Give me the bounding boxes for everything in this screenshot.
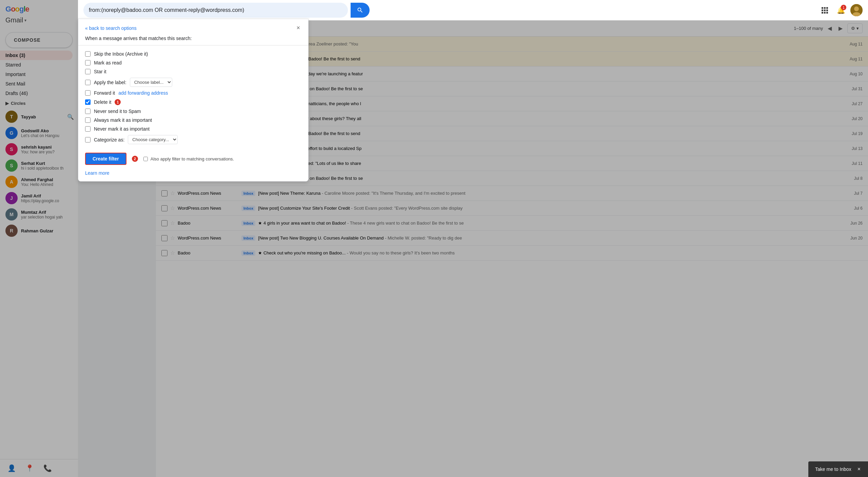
categorize-select[interactable]: Choose category...: [128, 135, 178, 144]
categorize-checkbox[interactable]: [85, 137, 91, 142]
filter-footer: Create filter 2 Also apply filter to mat…: [78, 150, 308, 170]
forward-label: Forward it: [94, 90, 115, 96]
filter-option-skip-inbox: Skip the Inbox (Archive it): [85, 50, 301, 58]
search-input-wrapper: [83, 3, 348, 18]
apps-grid-button[interactable]: [818, 3, 831, 17]
delete-badge: 1: [115, 99, 121, 105]
filter-close-button[interactable]: ×: [295, 23, 301, 33]
forward-checkbox[interactable]: [85, 90, 91, 96]
filter-option-never-spam: Never send it to Spam: [85, 107, 301, 116]
add-forwarding-link[interactable]: add forwarding address: [118, 90, 168, 96]
filter-option-never-important: Never mark it as important: [85, 125, 301, 133]
filter-option-categorize: Categorize as: Choose category...: [85, 133, 301, 146]
bottom-notification-close-button[interactable]: ×: [857, 465, 861, 473]
svg-rect-8: [826, 12, 828, 14]
also-apply-label[interactable]: Also apply filter to matching conversati…: [143, 156, 234, 161]
apply-label-text: Apply the label:: [94, 80, 126, 85]
filter-dialog: « back to search options × When a messag…: [78, 19, 309, 182]
search-submit-button[interactable]: [351, 3, 370, 18]
never-spam-checkbox[interactable]: [85, 109, 91, 114]
notification-count: 1: [841, 5, 846, 10]
filter-option-apply-label: Apply the label: Choose label...: [85, 76, 301, 89]
svg-rect-2: [826, 7, 828, 9]
never-spam-label: Never send it to Spam: [94, 109, 141, 114]
svg-rect-1: [824, 7, 826, 9]
categorize-label: Categorize as:: [94, 137, 124, 142]
filter-option-forward: Forward it add forwarding address: [85, 89, 301, 97]
star-label: Star it: [94, 69, 106, 74]
delete-label: Delete it: [94, 99, 111, 105]
delete-checkbox[interactable]: [85, 99, 91, 105]
also-apply-checkbox[interactable]: [143, 157, 148, 161]
filter-option-delete: Delete it 1: [85, 97, 301, 107]
always-important-label: Always mark it as important: [94, 117, 152, 123]
also-apply-badge: 2: [132, 156, 138, 162]
star-checkbox[interactable]: [85, 69, 91, 74]
search-overlay: [78, 0, 868, 20]
topbar-right: 🔔 1: [818, 0, 868, 20]
search-bar-container: [78, 0, 868, 20]
svg-rect-3: [822, 9, 823, 11]
filter-option-mark-read: Mark as read: [85, 58, 301, 67]
notifications-button[interactable]: 🔔 1: [834, 3, 848, 17]
filter-options-list: Skip the Inbox (Archive it) Mark as read…: [78, 45, 308, 150]
svg-rect-7: [824, 12, 826, 14]
filter-dialog-header: « back to search options ×: [78, 19, 308, 33]
svg-rect-5: [826, 9, 828, 11]
mark-read-label: Mark as read: [94, 60, 122, 65]
filter-option-star: Star it: [85, 67, 301, 76]
mark-read-checkbox[interactable]: [85, 60, 91, 65]
back-to-search-link[interactable]: « back to search options: [85, 25, 137, 31]
never-important-checkbox[interactable]: [85, 126, 91, 132]
bottom-notification-text: Take me to Inbox: [815, 466, 851, 472]
svg-rect-6: [822, 12, 823, 14]
never-important-label: Never mark it as important: [94, 126, 150, 132]
filter-dialog-subtitle: When a message arrives that matches this…: [78, 33, 308, 45]
learn-more-link[interactable]: Learn more: [78, 170, 308, 181]
user-avatar-button[interactable]: [850, 4, 863, 16]
svg-point-10: [854, 6, 859, 11]
also-apply-text: Also apply filter to matching conversati…: [151, 156, 234, 161]
apply-label-checkbox[interactable]: [85, 80, 91, 85]
create-filter-button[interactable]: Create filter: [85, 153, 126, 165]
svg-rect-0: [822, 7, 823, 9]
filter-option-always-important: Always mark it as important: [85, 116, 301, 125]
svg-rect-4: [824, 9, 826, 11]
bottom-notification-bar: Take me to Inbox ×: [808, 461, 868, 477]
always-important-checkbox[interactable]: [85, 117, 91, 123]
apply-label-select[interactable]: Choose label...: [130, 78, 172, 87]
search-input[interactable]: [89, 7, 342, 13]
skip-inbox-checkbox[interactable]: [85, 51, 91, 57]
skip-inbox-label: Skip the Inbox (Archive it): [94, 51, 148, 57]
